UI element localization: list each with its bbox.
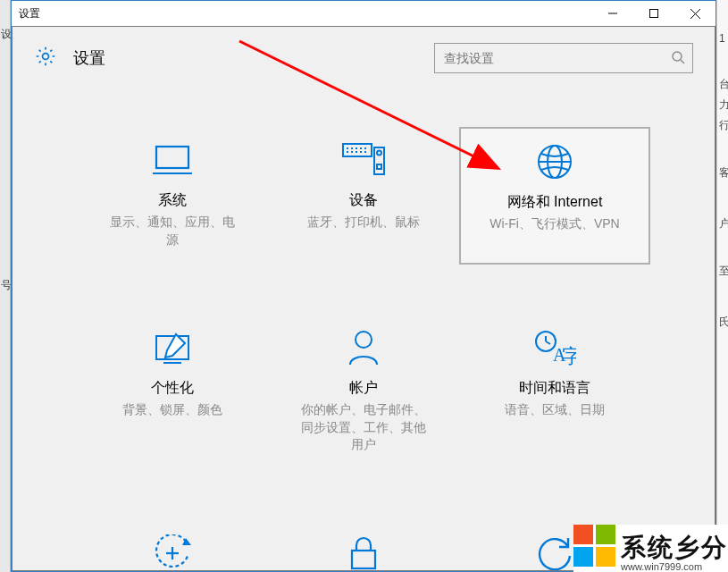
maximize-icon — [649, 9, 658, 18]
search-input[interactable] — [442, 50, 671, 66]
header: 设置 — [13, 27, 715, 89]
tile-desc: Wi-Fi、飞行模式、VPN — [490, 215, 619, 233]
window-body: 设置 系统 显示、通知、应用、电 源 — [12, 26, 715, 571]
update-icon — [536, 531, 573, 571]
tile-privacy[interactable]: 隐私 位置、相机 — [268, 520, 459, 571]
settings-grid: 系统 显示、通知、应用、电 源 设备 蓝牙、打印机、鼠标 — [13, 89, 715, 571]
right-edge-fragment: 1 台 力 行 客 户 至 氏 — [717, 0, 728, 572]
tile-desc: 背景、锁屏、颜色 — [122, 401, 222, 419]
system-icon — [153, 138, 192, 182]
svg-rect-1 — [650, 10, 658, 18]
svg-rect-9 — [343, 144, 372, 156]
window-title: 设置 — [19, 6, 592, 21]
globe-icon — [536, 139, 573, 184]
tile-title: 网络和 Internet — [507, 193, 603, 212]
ease-of-access-icon — [154, 531, 191, 571]
tile-title: 个性化 — [151, 379, 194, 398]
gear-icon — [34, 45, 57, 72]
window-controls — [592, 1, 715, 26]
svg-rect-22 — [377, 164, 381, 169]
maximize-button[interactable] — [633, 1, 674, 26]
tile-network[interactable]: 网络和 Internet Wi-Fi、飞行模式、VPN — [459, 127, 650, 265]
tile-desc: 蓝牙、打印机、鼠标 — [307, 214, 420, 231]
tile-desc: 显示、通知、应用、电 源 — [110, 214, 235, 248]
tile-title: 帐户 — [349, 379, 378, 398]
close-button[interactable] — [674, 1, 715, 26]
svg-rect-37 — [352, 551, 375, 568]
tile-title: 系统 — [158, 191, 187, 210]
close-icon — [690, 9, 700, 19]
tile-ease-of-access[interactable]: 轻松使用 讲述人、放大镜、高对 — [77, 520, 268, 571]
tile-desc: 你的帐户、电子邮件、 同步设置、工作、其他 用户 — [301, 401, 426, 454]
watermark-sub: www.win7999.com — [621, 561, 702, 572]
tile-system[interactable]: 系统 显示、通知、应用、电 源 — [77, 127, 268, 265]
settings-window: 设置 设置 — [11, 0, 716, 572]
svg-text:字: 字 — [562, 345, 576, 366]
svg-rect-7 — [156, 147, 188, 168]
lock-icon — [348, 531, 379, 571]
tile-title: 时间和语言 — [519, 379, 590, 398]
tile-accounts[interactable]: 帐户 你的帐户、电子邮件、 同步设置、工作、其他 用户 — [268, 315, 459, 470]
search-icon — [671, 50, 685, 67]
watermark-main: 系统乡分 — [621, 531, 728, 565]
header-title: 设置 — [73, 47, 434, 69]
titlebar: 设置 — [12, 1, 715, 26]
svg-point-5 — [673, 52, 682, 61]
svg-point-21 — [377, 151, 381, 156]
tile-personalization[interactable]: 个性化 背景、锁屏、颜色 — [77, 315, 268, 470]
tile-devices[interactable]: 设备 蓝牙、打印机、鼠标 — [268, 127, 459, 265]
microsoft-logo-icon — [573, 525, 615, 567]
accounts-icon — [347, 325, 381, 370]
svg-line-31 — [546, 341, 550, 344]
minimize-icon — [608, 9, 617, 18]
watermark: 系统乡分 www.win7999.com — [573, 525, 728, 572]
devices-icon — [341, 138, 386, 182]
svg-point-4 — [43, 54, 49, 60]
tile-desc: 语音、区域、日期 — [505, 401, 605, 419]
svg-point-28 — [356, 332, 372, 348]
personalization-icon — [153, 325, 192, 370]
time-language-icon: A 字 — [533, 325, 576, 370]
left-edge-fragment: 设 号 — [0, 0, 11, 572]
tile-time-language[interactable]: A 字 时间和语言 语音、区域、日期 — [459, 315, 650, 470]
minimize-button[interactable] — [592, 1, 633, 26]
tile-title: 设备 — [349, 191, 378, 210]
svg-line-6 — [681, 60, 684, 63]
search-box[interactable] — [434, 43, 693, 73]
